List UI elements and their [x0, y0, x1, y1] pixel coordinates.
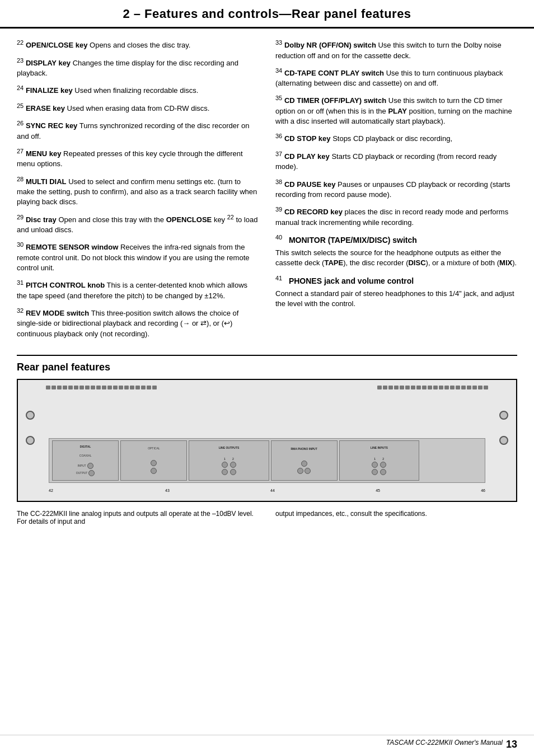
optical-label: OPTICAL — [148, 447, 160, 450]
item-39-label: CD RECORD key — [284, 208, 343, 217]
item-41: 41 PHONES jack and volume control Connec… — [275, 274, 517, 309]
item-24: 24 FINALIZE key Used when finalizing rec… — [17, 84, 259, 96]
item-24-text: Used when finalizing recordable discs. — [74, 87, 198, 95]
item-24-label: FINALIZE key — [26, 87, 73, 95]
rear-panel-diagram: DIGITAL COAXIAL INPUT OUTPUT — [17, 379, 517, 502]
rma-phono-label: RMA PHONO INPUT — [291, 447, 317, 450]
item-39: 39 CD RECORD key places the disc in reco… — [275, 205, 517, 228]
item-26: 26 SYNC REC key Turns synchronized recor… — [17, 119, 259, 142]
page-header: 2 – Features and controls—Rear panel fea… — [0, 0, 534, 29]
item-28-label: MULTI DIAL — [26, 177, 67, 186]
item-40-text: This switch selects the source for the h… — [275, 248, 517, 268]
item-40: 40 MONITOR (TAPE/MIX/DISC) switch This s… — [275, 233, 517, 269]
item-25-num: 25 — [17, 102, 24, 109]
item-23-num: 23 — [17, 57, 24, 64]
num-label-46: 46 — [481, 489, 485, 495]
item-39-num: 39 — [275, 206, 282, 213]
num-label-42: 42 — [49, 489, 53, 495]
connectors-area: DIGITAL COAXIAL INPUT OUTPUT — [49, 438, 485, 483]
section-divider — [17, 355, 517, 356]
item-36: 36 CD STOP key Stops CD playback or disc… — [275, 132, 517, 144]
item-32-num: 32 — [17, 307, 24, 314]
item-27-num: 27 — [17, 148, 24, 154]
item-25: 25 ERASE key Used when erasing data from… — [17, 102, 259, 114]
item-33-num: 33 — [275, 39, 282, 46]
line-outputs-label: LINE OUTPUTS — [219, 446, 240, 449]
item-32: 32 REV MODE switch This three-position s… — [17, 307, 259, 339]
item-37-num: 37 — [275, 151, 282, 157]
item-29-num: 29 — [17, 214, 24, 220]
item-34: 34 CD-TAPE CONT PLAY switch Use this to … — [275, 67, 517, 89]
item-22-label: OPEN/CLOSE key — [26, 41, 88, 49]
item-40-heading: 40 MONITOR (TAPE/MIX/DISC) switch — [275, 233, 517, 246]
item-28: 28 MULTI DIAL Used to select and confirm… — [17, 175, 259, 208]
rear-panel-text-left: The CC-222MKII line analog inputs and ou… — [17, 510, 259, 525]
connector-number-labels: 42 43 44 45 46 — [49, 489, 485, 495]
item-22-text: Opens and closes the disc tray. — [90, 41, 190, 49]
item-27: 27 MENU key Repeated presses of this key… — [17, 147, 259, 170]
item-29-label: Disc tray — [26, 215, 57, 224]
rear-panel-text-right: output impedances, etc., consult the spe… — [275, 510, 517, 525]
item-38: 38 CD PAUSE key Pauses or unpauses CD pl… — [275, 178, 517, 200]
page: 2 – Features and controls—Rear panel fea… — [0, 0, 534, 756]
item-34-num: 34 — [275, 67, 282, 74]
item-37-label: CD PLAY key — [284, 152, 330, 161]
right-circle-top — [499, 411, 508, 420]
item-38-label: CD PAUSE key — [284, 180, 336, 189]
item-22-num: 22 — [17, 39, 24, 46]
item-30: 30 REMOTE SENSOR window Receives the inf… — [17, 241, 259, 273]
item-29: 29 Disc tray Open and close this tray wi… — [17, 213, 259, 236]
item-37: 37 CD PLAY key Starts CD playback or rec… — [275, 150, 517, 172]
item-35: 35 CD TIMER (OFF/PLAY) switch Use this s… — [275, 94, 517, 126]
item-24-num: 24 — [17, 84, 24, 91]
content-area: 22 OPEN/CLOSE key Opens and closes the d… — [0, 29, 534, 345]
rear-panel-bottom-text: The CC-222MKII line analog inputs and ou… — [17, 510, 517, 537]
left-circle-bottom — [26, 436, 35, 445]
line-inputs-label: LINE INPUTS — [371, 446, 388, 449]
item-25-label: ERASE key — [26, 104, 65, 112]
item-31-num: 31 — [17, 279, 24, 286]
item-34-label: CD-TAPE CONT PLAY switch — [284, 69, 384, 77]
item-28-num: 28 — [17, 176, 24, 182]
right-column: 33 Dolby NR (OFF/ON) switch Use this swi… — [275, 39, 517, 345]
right-circle-bottom — [499, 436, 508, 445]
item-27-label: MENU key — [26, 149, 62, 158]
digital-label: DIGITAL — [80, 445, 91, 448]
item-33-label: Dolby NR (OFF/ON) switch — [284, 41, 376, 49]
item-41-heading: 41 PHONES jack and volume control — [275, 274, 517, 287]
item-30-label: REMOTE SENSOR window — [26, 243, 118, 252]
item-26-num: 26 — [17, 120, 24, 126]
item-38-num: 38 — [275, 179, 282, 185]
num-label-43: 43 — [165, 489, 170, 495]
item-35-label: CD TIMER (OFF/PLAY) switch — [284, 97, 386, 105]
num-label-44: 44 — [270, 489, 275, 495]
item-31: 31 PITCH CONTROL knob This is a center-d… — [17, 279, 259, 301]
item-36-label: CD STOP key — [284, 135, 331, 143]
footer-brand: TASCAM CC-222MKII Owner's Manual — [386, 739, 503, 750]
item-30-num: 30 — [17, 241, 24, 248]
item-41-text: Connect a standard pair of stereo headph… — [275, 289, 517, 309]
item-31-label: PITCH CONTROL knob — [26, 281, 105, 289]
num-label-45: 45 — [376, 489, 380, 495]
item-35-num: 35 — [275, 95, 282, 101]
left-column: 22 OPEN/CLOSE key Opens and closes the d… — [17, 39, 259, 345]
footer-page: 13 — [506, 739, 517, 750]
coaxial-label: COAXIAL — [79, 454, 92, 457]
page-title: 2 – Features and controls—Rear panel fea… — [17, 7, 517, 21]
left-circle-top — [26, 411, 35, 420]
footer: TASCAM CC-222MKII Owner's Manual 13 — [0, 735, 534, 750]
item-22: 22 OPEN/CLOSE key Opens and closes the d… — [17, 39, 259, 51]
item-32-label: REV MODE switch — [26, 309, 89, 317]
item-36-num: 36 — [275, 133, 282, 139]
rear-panel-section: Rear panel features — [0, 361, 534, 537]
item-23-label: DISPLAY key — [26, 59, 71, 67]
item-25-text: Used when erasing data from CD-RW discs. — [67, 104, 210, 112]
item-26-label: SYNC REC key — [26, 122, 77, 130]
rear-panel-title: Rear panel features — [17, 361, 517, 373]
item-36-text: Stops CD playback or disc recording, — [332, 135, 452, 143]
item-33: 33 Dolby NR (OFF/ON) switch Use this swi… — [275, 39, 517, 61]
item-23: 23 DISPLAY key Changes the time display … — [17, 57, 259, 79]
